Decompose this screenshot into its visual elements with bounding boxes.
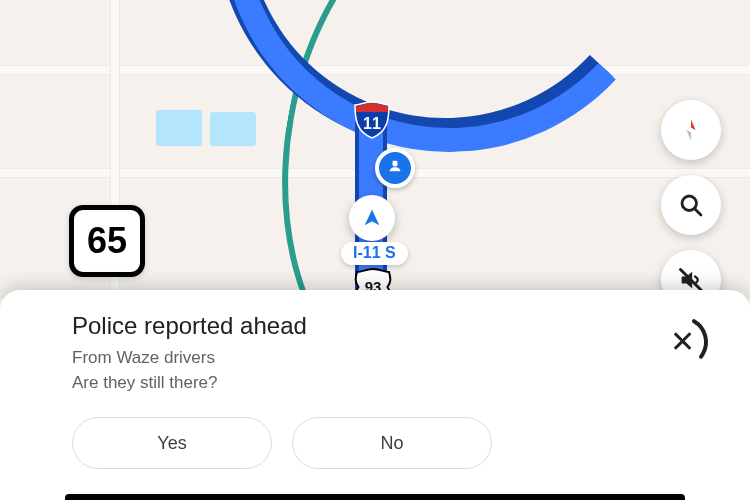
no-button[interactable]: No xyxy=(292,417,492,469)
alert-question: Are they still there? xyxy=(72,371,720,396)
dismiss-button[interactable]: ✕ xyxy=(654,314,710,370)
alert-button-row: Yes No xyxy=(72,417,720,469)
no-button-label: No xyxy=(380,433,403,454)
map-canvas[interactable]: 11 I-11 S 93 65 xyxy=(0,0,750,300)
home-indicator xyxy=(65,494,685,500)
yes-button-label: Yes xyxy=(157,433,186,454)
police-report-marker[interactable] xyxy=(375,148,415,188)
current-location-marker[interactable] xyxy=(349,195,395,241)
search-button[interactable] xyxy=(661,175,721,235)
countdown-ring-icon xyxy=(654,314,710,370)
alert-source: From Waze drivers xyxy=(72,346,720,371)
yes-button[interactable]: Yes xyxy=(72,417,272,469)
svg-line-3 xyxy=(695,209,701,215)
navigation-screen: 11 I-11 S 93 65 xyxy=(0,0,750,500)
svg-point-5 xyxy=(654,314,710,370)
alert-title: Police reported ahead xyxy=(72,312,720,340)
svg-rect-1 xyxy=(393,161,398,163)
compass-icon xyxy=(677,116,705,144)
search-icon xyxy=(677,191,705,219)
speed-limit-value: 65 xyxy=(87,220,127,262)
speed-limit-sign: 65 xyxy=(69,205,145,277)
interstate-shield-icon: 11 xyxy=(352,100,392,140)
navigation-arrow-icon xyxy=(361,207,383,229)
alert-bottom-sheet: Police reported ahead From Waze drivers … xyxy=(0,290,750,500)
police-report-icon xyxy=(385,158,405,178)
interstate-number: 11 xyxy=(363,115,381,132)
route-label-text: I-11 S xyxy=(353,244,396,261)
compass-button[interactable] xyxy=(661,100,721,160)
route-label-chip: I-11 S xyxy=(341,242,408,265)
